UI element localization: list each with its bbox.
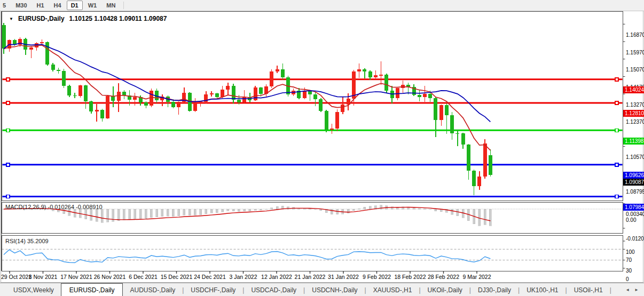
- tab-ukoil-daily[interactable]: UKOil-,Daily: [421, 283, 469, 296]
- hline-handle[interactable]: [6, 129, 10, 132]
- tf-button-h4[interactable]: H4: [50, 1, 66, 10]
- hline-handle[interactable]: [6, 101, 10, 105]
- tab-scroll-arrows: ◄►: [625, 283, 644, 296]
- hline-handle[interactable]: [615, 129, 618, 132]
- chart-canvas[interactable]: [0, 11, 644, 283]
- hline-handle[interactable]: [6, 195, 10, 198]
- tab-dj30-daily[interactable]: DJ30-,Daily: [471, 283, 518, 296]
- timeframe-toolbar: 5M30H1H4D1W1MN: [0, 0, 644, 11]
- hline-handle[interactable]: [615, 163, 618, 166]
- tab-uk100-h1[interactable]: UK100-,H1: [520, 283, 565, 296]
- tf-button-h1[interactable]: H1: [33, 1, 49, 10]
- tab-usdchf-daily[interactable]: USDCHF-,Daily: [184, 283, 242, 296]
- tab-usdcnh-daily[interactable]: USDCNH-,Daily: [305, 283, 364, 296]
- hline-handle[interactable]: [6, 78, 10, 81]
- hline-handle[interactable]: [615, 101, 618, 105]
- hline-handle[interactable]: [615, 195, 618, 198]
- tab-usoil-h1[interactable]: USOil-,H1: [567, 283, 610, 296]
- tab-usdcad-daily[interactable]: USDCAD-,Daily: [244, 283, 303, 296]
- price-panel-plot[interactable]: [2, 12, 623, 201]
- tf-button-w1[interactable]: W1: [84, 1, 101, 10]
- macd-panel-plot[interactable]: [2, 203, 623, 234]
- tab-scroll-left-icon[interactable]: ◄: [625, 287, 630, 292]
- tab-usdx-weekly[interactable]: USDX,Weekly: [6, 283, 61, 296]
- hline-handle[interactable]: [6, 163, 10, 166]
- tab-audusd-daily[interactable]: AUDUSD-,Daily: [123, 283, 182, 296]
- tab-scroll-right-icon[interactable]: ►: [634, 287, 639, 292]
- rsi-panel-plot[interactable]: [2, 236, 623, 271]
- tab-xauusd-h1[interactable]: XAUUSD-,H1: [366, 283, 419, 296]
- toolbar-separator: [123, 2, 124, 9]
- tf-button-5[interactable]: 5: [0, 1, 10, 10]
- tf-button-d1[interactable]: D1: [67, 1, 83, 10]
- tf-button-mn[interactable]: MN: [102, 1, 120, 10]
- tab-separator: |: [610, 283, 611, 296]
- tab-eurusd-daily[interactable]: EURUSD-,Daily: [61, 283, 123, 296]
- tf-button-m30[interactable]: M30: [11, 1, 31, 10]
- symbol-tab-bar: USDX,WeeklyEURUSD-,DailyAUDUSD-,Daily|US…: [0, 283, 644, 296]
- hline-handle[interactable]: [615, 78, 618, 81]
